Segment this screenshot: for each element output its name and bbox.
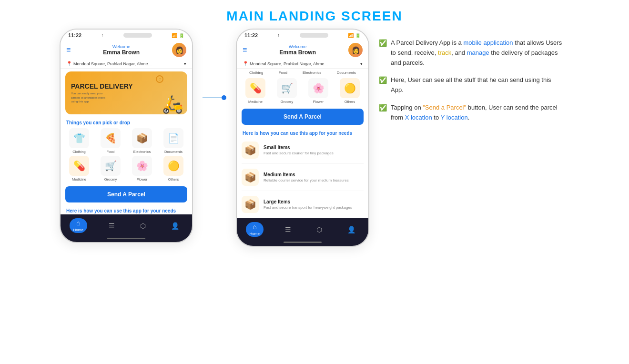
others-icon-box: 🟡	[163, 156, 183, 176]
orders-icon: ☰	[109, 222, 115, 230]
documents-label: Documents	[164, 150, 183, 154]
large-item-info: Large Items Fast and secure transport fo…	[264, 199, 352, 210]
phone2-avatar[interactable]: 👩	[348, 43, 363, 57]
phone2-nav-profile[interactable]: 👤	[344, 225, 359, 234]
small-item-icon: 📦	[242, 142, 259, 159]
annotation-panel: ✅ A Parcel Delivery App is a mobile appl…	[369, 29, 569, 128]
phone2-cat-medicine[interactable]: 💊 Medicine	[241, 78, 270, 104]
annotation-2: ✅ Here, User can see all the stuff that …	[379, 75, 565, 95]
phone2-profile-icon: 👤	[347, 226, 355, 233]
phone1-user-info: Welcome Emma Brown	[103, 44, 140, 56]
phone2-time: 11:22	[244, 32, 258, 38]
small-item-info: Small Items Fast and secure courier for …	[264, 145, 334, 155]
tab-electronics[interactable]: Electronics	[303, 71, 321, 75]
documents-icon-box: 📄	[163, 128, 183, 148]
medium-item-info: Medium Items Reliable courier service fo…	[264, 172, 349, 182]
highlight-send-parcel: "Send a Parcel"	[423, 104, 466, 111]
cat-food[interactable]: 🍕 Food	[96, 128, 125, 154]
item-large[interactable]: 📦 Large Items Fast and secure transport …	[242, 191, 364, 218]
cat-clothing[interactable]: 👕 Clothing	[64, 128, 94, 154]
phone1-location-text: Mondeal Square, Prahlad Nagar, Ahme...	[73, 61, 152, 66]
cat-flower[interactable]: 🌸 Flower	[127, 156, 157, 182]
timer-icon: ⏱	[156, 75, 163, 83]
cat-others[interactable]: 🟡 Others	[159, 156, 188, 182]
phones-annotation-container: 11:22 ↑ 📶 🔋 ≡ Welcome Emma Brown	[60, 29, 569, 247]
phone2-others-label: Others	[345, 100, 355, 104]
tab-food[interactable]: Food	[279, 71, 287, 75]
phone2-menu-icon[interactable]: ≡	[243, 46, 247, 54]
phone1-status-bar: 11:22 ↑ 📶 🔋	[61, 30, 192, 40]
phone2-notch	[300, 33, 328, 38]
phone2-status-bar: 11:22 ↑ 📶 🔋	[237, 30, 368, 40]
cat-documents[interactable]: 📄 Documents	[159, 128, 188, 154]
phone2-cat-flower[interactable]: 🌸 Flower	[304, 78, 333, 104]
item-medium[interactable]: 📦 Medium Items Reliable courier service …	[242, 164, 364, 191]
phone2-location-bar[interactable]: 📍 Mondeal Square, Prahlad Nagar, Ahme...…	[237, 59, 368, 69]
phone2-flower-label: Flower	[313, 100, 324, 104]
cat-electronics[interactable]: 📦 Electronics	[127, 128, 157, 154]
phones-connector	[203, 95, 226, 100]
medium-item-title: Medium Items	[264, 172, 349, 177]
phone2-cat-grocery[interactable]: 🛒 Grocery	[272, 78, 302, 104]
phone2: 11:22 ↑ 📶 🔋 ≡ Welcome Emma Brown	[236, 29, 369, 247]
phone2-cat-others[interactable]: 🟡 Others	[335, 78, 365, 104]
tab-documents[interactable]: Documents	[336, 71, 355, 75]
phone1-home-bar	[61, 236, 192, 242]
menu-icon[interactable]: ≡	[66, 46, 71, 54]
phone1-location-bar[interactable]: 📍 Mondeal Square, Prahlad Nagar, Ahme...…	[61, 59, 192, 69]
phone2-home-bar	[237, 240, 368, 246]
medium-item-icon: 📦	[242, 169, 259, 186]
phone1-screen: ≡ Welcome Emma Brown 👩 📍 Mondeal Square,…	[61, 40, 192, 242]
cat-medicine[interactable]: 💊 Medicine	[64, 156, 94, 182]
phone2-welcome: Welcome	[279, 44, 316, 49]
medicine-label: Medicine	[72, 177, 86, 182]
grocery-icon-box: 🛒	[101, 156, 121, 176]
phone1-nav-wallet[interactable]: ⬡	[136, 221, 150, 231]
phone2-nav-orders[interactable]: ☰	[281, 225, 295, 234]
phone1-bottom-nav: ⌂ Home ☰ ⬡ 👤	[61, 214, 192, 236]
phone1-categories-grid: 👕 Clothing 🍕 Food 📦 Electronics 📄	[61, 126, 192, 183]
phone2-wallet-icon: ⬡	[316, 226, 322, 233]
grocery-label: Grocery	[104, 177, 117, 182]
phone2-medicine-icon-box: 💊	[245, 78, 265, 98]
phone1-notch	[123, 33, 152, 38]
phone2-how-to-label: Here is how you can use this app for you…	[237, 128, 368, 137]
phone1-time: 11:22	[68, 32, 81, 38]
phone1-section-title: Things you can pick or drop	[61, 117, 192, 126]
phone1-nav-home[interactable]: ⌂ Home	[70, 218, 87, 233]
battery-icon2: 🔋	[355, 33, 361, 38]
phone1-how-to-label: Here is how you can use this app for you…	[61, 205, 192, 214]
phone2-home-label: Home	[250, 232, 260, 236]
tab-clothing[interactable]: Clothing	[249, 71, 263, 75]
others-label: Others	[168, 177, 179, 182]
phone2-location-pin-icon: 📍	[243, 61, 248, 66]
phone2-send-parcel-button[interactable]: Send A Parcel	[242, 109, 364, 125]
flower-icon-box: 🌸	[132, 156, 152, 176]
location-pin-icon: 📍	[66, 61, 72, 66]
annotation-items: ✅ A Parcel Delivery App is a mobile appl…	[379, 38, 565, 123]
electronics-label: Electronics	[133, 150, 151, 154]
wifi-icon2: 📶	[348, 33, 354, 38]
phone1-nav-orders[interactable]: ☰	[105, 221, 119, 231]
item-small[interactable]: 📦 Small Items Fast and secure courier fo…	[242, 137, 364, 164]
cat-grocery[interactable]: 🛒 Grocery	[96, 156, 125, 182]
phone1-banner: PARCEL DELIVERY You can easily send your…	[65, 71, 187, 114]
page-title: MAIN LANDING SCREEN	[0, 9, 629, 24]
flower-label: Flower	[137, 177, 148, 182]
phone2-user-info: Welcome Emma Brown	[279, 44, 316, 56]
check-icon-2: ✅	[379, 76, 387, 84]
phone1-avatar[interactable]: 👩	[172, 43, 186, 57]
phone1-nav-profile[interactable]: 👤	[167, 221, 183, 231]
phone2-screen: ≡ Welcome Emma Brown 👩 📍 Mondeal Square,…	[237, 40, 368, 246]
phone1-welcome: Welcome	[103, 44, 140, 49]
phone1-send-parcel-button[interactable]: Send A Parcel	[65, 186, 187, 202]
phone2-user-name: Emma Brown	[279, 49, 316, 56]
phone1-status-icons: 📶 🔋	[172, 33, 184, 38]
food-label: Food	[106, 150, 114, 154]
phone2-nav-home[interactable]: ⌂ Home	[246, 222, 264, 237]
phone2-chevron-down-icon: ▾	[360, 61, 363, 66]
phone2-status-icons: 📶 🔋	[348, 33, 361, 38]
large-item-subtitle: Fast and secure transport for heavyweigh…	[264, 205, 352, 210]
phone2-nav-wallet[interactable]: ⬡	[313, 225, 326, 234]
clothing-icon-box: 👕	[69, 128, 89, 148]
